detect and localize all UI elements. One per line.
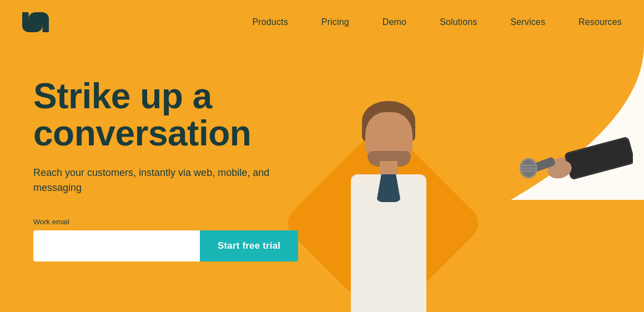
nav-link-pricing[interactable]: Pricing [321,17,349,27]
hero-section: Strike up a conversation Reach your cust… [0,44,644,312]
svg-rect-0 [564,136,633,180]
nav-link-solutions[interactable]: Solutions [440,17,477,27]
navigation: Products Pricing Demo Solutions Services… [0,0,644,44]
logo-icon [22,12,49,32]
hero-content: Strike up a conversation Reach your cust… [33,78,344,261]
hero-subtitle: Reach your customers, instantly via web,… [33,165,300,195]
mic-arm-container [477,111,633,222]
mic-arm-svg [477,111,633,222]
start-trial-button[interactable]: Start free trial [200,230,298,261]
nav-links: Products Pricing Demo Solutions Services… [252,17,622,27]
nav-link-resources[interactable]: Resources [578,17,622,27]
nav-item-solutions[interactable]: Solutions [440,17,477,27]
person-figure [328,79,450,312]
nav-item-resources[interactable]: Resources [578,17,622,27]
nav-link-demo[interactable]: Demo [383,17,406,27]
nav-item-services[interactable]: Services [510,17,545,27]
nav-link-products[interactable]: Products [252,17,288,27]
email-label: Work email [33,218,344,226]
nav-item-pricing[interactable]: Pricing [321,17,349,27]
cta-row: Start free trial [33,230,344,261]
nav-link-services[interactable]: Services [510,17,545,27]
email-input[interactable] [33,230,200,261]
nav-item-demo[interactable]: Demo [383,17,406,27]
nav-item-products[interactable]: Products [252,17,288,27]
hero-title: Strike up a conversation [33,78,344,152]
logo[interactable] [22,12,49,32]
